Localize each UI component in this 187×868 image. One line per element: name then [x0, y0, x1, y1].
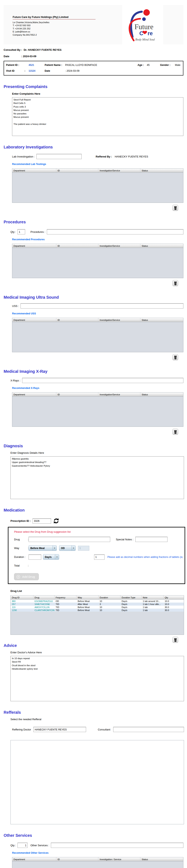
lab-table-body[interactable] — [12, 173, 183, 203]
company-number: Company No.8417652-2 — [13, 33, 96, 36]
drug-input[interactable] — [29, 537, 110, 542]
clear-xray-button[interactable] — [173, 429, 178, 435]
uss-table-header: Department ID Investigation/Service Stat… — [12, 318, 183, 322]
patient-id-value: 4521 — [29, 64, 45, 66]
refferal-field-row: Reffering Doctor Consultant — [12, 727, 184, 732]
lab-field-row: Lab Investingation : Reffered By : HANEC… — [12, 154, 183, 159]
prescription-id-input[interactable] — [33, 518, 51, 524]
other-col-status: Status — [140, 857, 183, 861]
drug-col-name: Drug — [33, 595, 54, 599]
uss-table-body[interactable] — [12, 322, 183, 352]
xray-input[interactable] — [22, 378, 183, 383]
drug-suggestion-warning: Please select the Drug from Drug suggess… — [14, 530, 185, 533]
company-phone-2: T: +24 84 225 252 — [13, 27, 96, 30]
logo-care-re: re — [148, 30, 153, 36]
consulted-by-value: Dr. HANECKY FUENTE REYES — [24, 48, 62, 51]
laboratory-heading: Laboratory Investigations — [4, 145, 187, 149]
duration-unit-select[interactable]: Day/s ▼ — [43, 554, 59, 560]
lab-investigation-input[interactable] — [36, 154, 82, 159]
frequency-select[interactable]: OD ▼ — [59, 546, 76, 551]
special-notes-label: Special Notes : — [116, 538, 133, 541]
tablet-qty-input[interactable] — [94, 554, 105, 560]
xray-table: Department ID Investigation/Service Stat… — [12, 392, 183, 427]
special-notes-input[interactable] — [135, 537, 167, 542]
drug-table-row[interactable]: 119 AMOXYCILLIN TID Before Meal 10 Day/s… — [11, 606, 184, 609]
procedures-field-row: Qty : Procedures : — [10, 229, 183, 235]
patient-info-box: Patient ID : 4521 Patient Name : PASCAL … — [4, 61, 183, 75]
duration-label: Duration : — [14, 555, 29, 558]
drug-col-frequency: Fequency — [54, 595, 76, 599]
duration-input[interactable] — [29, 554, 41, 560]
drug-table-row[interactable]: 1290 CLARITHROMYCIN TID Before Meal 10 D… — [11, 609, 184, 612]
drug-col-id: Drug ID — [11, 595, 33, 599]
clear-lab-button[interactable] — [173, 205, 178, 211]
total-row: Total : — [14, 564, 183, 567]
diagnosis-heading: Diagnosis — [4, 444, 187, 448]
refferals-sublabel: Select the needed Refferal — [10, 718, 187, 721]
reffered-by-value: HANECKY FUENTE REYES — [115, 155, 148, 158]
consultant-input[interactable] — [113, 727, 184, 732]
lab-col-status: Status — [140, 168, 183, 173]
age-label: Age : — [138, 64, 147, 66]
xray-col-investigation: Investigation/Service — [98, 393, 140, 396]
uss-field-row: USS : — [12, 303, 183, 309]
drug-list-table: Drug ID Drug Fequency Way Duration Durat… — [10, 595, 184, 635]
chevron-down-icon: ▼ — [55, 554, 59, 559]
drug-table-row[interactable]: 257 SIMETHICONE TID After Meal 3 Day/s 1… — [11, 602, 184, 606]
lab-investigation-label: Lab Investingation : — [12, 155, 35, 158]
recommended-other-services-label: Recommended Other Services — [12, 851, 187, 854]
other-services-input[interactable] — [51, 843, 183, 848]
xray-col-department: Department — [12, 393, 56, 396]
clear-procedures-button[interactable] — [173, 280, 178, 286]
company-block: Future Care by Future Holdings (Pty) Lim… — [13, 16, 96, 36]
procedures-col-investigation: Investigation/Service — [98, 244, 140, 248]
clear-medication-button[interactable] — [173, 637, 178, 643]
drug-entry-box: Please select the Drug from Drug suggess… — [8, 527, 185, 584]
diagnosis-textarea[interactable]: IMpress gastritis Upper gastrointestinal… — [10, 456, 184, 499]
procedures-qty-input[interactable] — [17, 229, 25, 235]
refferal-list-box[interactable] — [10, 740, 184, 824]
company-name: Future Care by Future Holdings (Pty) Lim… — [13, 16, 96, 20]
drug-table-row[interactable]: 880 ESOMEPRAZOLE OD Before Meal 10 Day/s… — [11, 599, 184, 602]
procedures-table-body[interactable] — [12, 248, 183, 278]
add-drug-button[interactable]: Add Drug — [14, 573, 39, 580]
other-table-body[interactable] — [12, 861, 183, 868]
xray-table-body[interactable] — [12, 396, 183, 427]
reffered-by-label: Reffered By : — [96, 155, 112, 158]
consulted-by-line: Consulted By : Dr. HANECKY FUENTE REYES — [4, 48, 187, 51]
drug-table-header: Drug ID Drug Fequency Way Duration Durat… — [11, 595, 184, 599]
procedures-table: Department ID Investigation/Service Stat… — [12, 244, 183, 278]
refresh-prescription-button[interactable] — [53, 518, 59, 524]
procedures-col-department: Department — [12, 244, 56, 248]
uss-input[interactable] — [21, 303, 183, 309]
procedures-col-id: ID — [56, 244, 98, 248]
advice-textarea[interactable]: In 10 days repeat Stool FR Ocult blood i… — [10, 656, 184, 701]
way-label: Way : — [14, 547, 29, 550]
patient-row-1: Patient ID : 4521 Patient Name : PASCAL … — [6, 64, 181, 66]
complaints-textarea[interactable]: Stool Full Report Red Cells 5 Puss cells… — [12, 97, 183, 136]
reffering-doctor-input[interactable] — [33, 727, 86, 732]
total-label: Total : — [14, 564, 29, 567]
lab-table-header: Department ID Investigation/Service Stat… — [12, 168, 183, 173]
xray-trash-row — [0, 429, 178, 435]
other-services-table: Department ID Investigation / Service St… — [12, 857, 183, 868]
procedures-trash-row — [0, 280, 178, 286]
other-qty-input[interactable] — [17, 843, 28, 848]
gender-label: Gender : — [160, 64, 175, 66]
lab-col-investigation: Investigation/Service — [98, 168, 140, 173]
procedures-input[interactable] — [47, 229, 183, 235]
logo-dot-blue — [142, 17, 146, 21]
presenting-complaints-heading: Presenting Complaints — [4, 84, 187, 89]
dose-input — [78, 546, 89, 551]
uss-label: USS : — [12, 305, 19, 308]
logo-word-future: Future — [135, 23, 153, 31]
medication-heading: Medication — [4, 508, 187, 513]
date-value: : 2024-03-09 — [21, 55, 36, 58]
chevron-down-icon: ▼ — [52, 546, 57, 551]
trash-icon — [174, 206, 177, 210]
way-select[interactable]: Before Meal ▼ — [29, 546, 57, 551]
prescription-row: Prescription ID : — [10, 518, 183, 524]
add-drug-row: Add Drug — [14, 573, 185, 580]
clear-uss-button[interactable] — [173, 354, 178, 360]
procedures-qty-label: Qty : — [10, 230, 16, 234]
